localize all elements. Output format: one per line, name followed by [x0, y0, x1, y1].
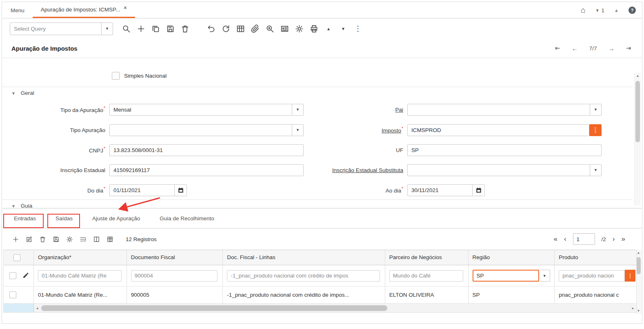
grid-save-button[interactable]: [51, 234, 61, 244]
next-page-button[interactable]: ›: [613, 235, 615, 243]
grid-edit-row-button[interactable]: [24, 234, 34, 244]
detail-tab-guia-de-recolhimento[interactable]: Guia de Recolhimento: [160, 215, 214, 222]
section-collapse-icon[interactable]: ▼: [11, 204, 16, 208]
save-button[interactable]: [163, 21, 178, 36]
select-query-dropdown-icon[interactable]: ▼: [101, 23, 113, 35]
section-guia[interactable]: ▼ Guia: [2, 199, 633, 208]
detail-tab-saidas[interactable]: Saídas: [56, 215, 73, 222]
produto-search-field[interactable]: pnac_produto nacion ⋮: [559, 270, 635, 282]
next-record-button[interactable]: →: [608, 45, 614, 52]
previous-record-button[interactable]: ←: [572, 45, 578, 52]
cell-doc-fiscal-linhas[interactable]: -1_pnac_produto nacional com crédito de …: [223, 286, 385, 303]
first-page-button[interactable]: «: [553, 235, 557, 243]
last-page-button[interactable]: »: [622, 235, 625, 243]
dropdown-arrow-icon[interactable]: ▼: [590, 104, 602, 116]
delete-record-button[interactable]: [178, 21, 192, 36]
scrollbar-thumb[interactable]: [635, 81, 640, 142]
cell-regiao[interactable]: SP: [469, 286, 555, 303]
imposto-value[interactable]: ICMSPROD: [407, 124, 589, 136]
column-header-regiao[interactable]: Região: [469, 250, 555, 265]
uf-field[interactable]: SP: [407, 144, 602, 156]
column-header-doc-fiscal-linhas[interactable]: Doc. Fiscal - Linhas: [223, 250, 385, 265]
inscricao-estadual-field[interactable]: 415092169117: [109, 164, 304, 176]
cell-produto[interactable]: pnac_produto nacional c: [555, 286, 636, 303]
produto-record-options-button[interactable]: ⋮: [625, 270, 635, 282]
regiao-combobox[interactable]: SP ▼: [473, 270, 551, 282]
dropdown-arrow-icon[interactable]: ▼: [292, 124, 304, 136]
simples-nacional-checkbox[interactable]: [112, 72, 120, 80]
column-header-produto[interactable]: Produto: [555, 250, 636, 265]
tab-menu[interactable]: Menu: [2, 2, 33, 18]
detail-tab-ajuste-de-apuracao[interactable]: Ajuste de Apuração: [92, 215, 140, 222]
first-record-button[interactable]: ⇤: [555, 45, 560, 52]
organizacao-field[interactable]: 01-Mundo Café Matriz (Re: [38, 270, 122, 282]
cell-parceiro-de-negocios[interactable]: ELTON OLIVEIRA: [385, 286, 469, 303]
select-query-combobox[interactable]: ▼: [10, 22, 113, 35]
last-record-button[interactable]: ⇥: [626, 45, 631, 52]
section-collapse-icon[interactable]: ▼: [11, 91, 16, 96]
do-dia-datefield[interactable]: 01/11/2021: [109, 184, 187, 196]
section-geral[interactable]: ▼ Geral: [2, 87, 633, 96]
table-row[interactable]: 01-Mundo Café Matriz (Re... 900005 -1_pn…: [4, 286, 636, 304]
horizontal-scrollbar[interactable]: ◂ ▸: [34, 304, 636, 312]
do-dia-value[interactable]: 01/11/2021: [109, 184, 175, 196]
zoom-across-button[interactable]: [262, 21, 277, 36]
table-row[interactable]: 01-Mundo Café Matriz (Re 900004 -1_pnac_…: [4, 265, 636, 286]
regiao-value[interactable]: SP: [473, 270, 540, 282]
dropdown-arrow-icon[interactable]: ▼: [292, 104, 304, 116]
select-all-checkbox[interactable]: [13, 254, 20, 261]
column-header-parceiro-de-negocios[interactable]: Parceiro de Negócios: [385, 250, 469, 265]
cell-documento-fiscal[interactable]: 900005: [127, 286, 223, 303]
scrollbar-thumb[interactable]: [636, 257, 641, 274]
label-link[interactable]: Imposto: [382, 128, 401, 134]
collapse-header-icon[interactable]: ▲: [614, 8, 619, 13]
ao-dia-value[interactable]: 30/11/2021: [407, 184, 473, 196]
tipo-da-apuracao-combobox[interactable]: Mensal ▼: [109, 104, 304, 116]
grid-customize-button[interactable]: [64, 234, 74, 244]
row-checkbox[interactable]: [9, 272, 16, 279]
column-header-organizacao[interactable]: Organização*: [34, 250, 127, 265]
label-link[interactable]: Inscrição Estadual Substituta: [332, 167, 403, 173]
scrollbar-thumb[interactable]: [41, 305, 387, 311]
calendar-icon[interactable]: [473, 184, 485, 196]
page-number-input[interactable]: [573, 233, 595, 245]
grid-delete-row-button[interactable]: [38, 234, 47, 244]
more-options-button[interactable]: ⋮: [351, 21, 365, 36]
tab-apuracao-de-impostos[interactable]: Apuração de Impostos: ICMSP... ×: [33, 2, 135, 18]
copy-record-button[interactable]: [148, 21, 163, 36]
doc-fiscal-linhas-field[interactable]: -1_pnac_produto nacional com crédito de …: [227, 270, 380, 282]
grid-toggle-grid-button[interactable]: [105, 234, 115, 244]
undo-button[interactable]: [204, 21, 218, 36]
scroll-up-icon[interactable]: ▲: [635, 73, 641, 79]
calendar-icon[interactable]: [175, 184, 187, 196]
close-tab-icon[interactable]: ×: [124, 4, 127, 11]
print-button[interactable]: [306, 21, 321, 36]
tipo-apuracao-value[interactable]: [109, 124, 292, 136]
inscricao-estadual-substituta-value[interactable]: [407, 164, 590, 176]
grid-toggle-column-button[interactable]: [91, 234, 101, 244]
edit-row-icon[interactable]: [22, 272, 29, 280]
attachment-button[interactable]: [248, 21, 262, 36]
process-button[interactable]: [292, 21, 306, 36]
cell-organizacao[interactable]: 01-Mundo Café Matriz (Re...: [34, 286, 127, 303]
parceiro-field[interactable]: Mundo do Café: [389, 270, 463, 282]
label-link[interactable]: Pai: [395, 107, 403, 113]
form-scrollbar[interactable]: ▲: [634, 73, 641, 206]
pai-combobox[interactable]: ▼: [407, 104, 602, 116]
toggle-grid-view-button[interactable]: [233, 21, 248, 36]
pai-value[interactable]: [407, 104, 590, 116]
row-checkbox[interactable]: [9, 291, 16, 298]
documento-fiscal-field[interactable]: 900004: [131, 270, 218, 282]
imposto-record-options-button[interactable]: ⋮: [589, 124, 602, 136]
select-query-input[interactable]: [10, 23, 101, 35]
arrow-up-button[interactable]: ▲: [321, 21, 336, 36]
arrow-down-button[interactable]: ▼: [336, 21, 351, 36]
dropdown-arrow-icon[interactable]: ▼: [539, 270, 550, 282]
grid-collapse-rows-button[interactable]: [78, 234, 88, 244]
home-icon[interactable]: ⌂: [581, 6, 585, 15]
refresh-button[interactable]: [218, 21, 233, 36]
window-list-dropdown[interactable]: ▼ 1: [595, 7, 604, 13]
report-button[interactable]: [277, 21, 292, 36]
cnpj-field[interactable]: 13.823.508/0001-31: [109, 144, 304, 156]
grid-add-row-button[interactable]: [11, 234, 20, 244]
